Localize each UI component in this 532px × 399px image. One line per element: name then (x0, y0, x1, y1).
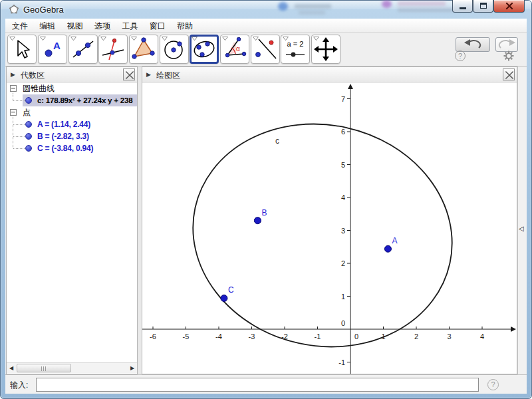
tool-move-graphics-view[interactable] (311, 35, 340, 64)
collapse-minus-icon[interactable] (10, 109, 17, 116)
point-A[interactable] (384, 245, 391, 252)
svg-text:a = 2: a = 2 (287, 40, 304, 48)
tool-reflect[interactable] (251, 35, 280, 64)
algebra-horizontal-scrollbar[interactable]: ◀ ▶ (7, 362, 137, 373)
input-bar: 输入: ? (5, 374, 527, 394)
menu-options[interactable]: 选项 (90, 19, 115, 33)
point-label-A: A (392, 236, 397, 245)
scrollbar-thumb[interactable] (17, 364, 71, 372)
x-tick-label: -1 (315, 332, 321, 340)
algebra-group-conics[interactable]: 圆锥曲线 (7, 82, 137, 94)
graphics-canvas[interactable]: -6-5-4-3-2-11234-1123456700cABC (142, 82, 517, 374)
tree-connector (13, 100, 25, 101)
object-visibility-dot[interactable] (25, 97, 32, 104)
menu-file[interactable]: 文件 (7, 19, 33, 33)
sidebar-collapse-strip: ◁ (517, 66, 527, 374)
desktop-bleed-blob (278, 2, 288, 11)
undo-button[interactable] (456, 37, 490, 52)
tool-perpendicular-line[interactable] (98, 35, 128, 64)
algebra-item-C[interactable]: C = (-3.84, 0.94) (7, 142, 137, 154)
conic-c[interactable] (172, 100, 473, 371)
y-axis-arrow (348, 84, 353, 89)
point-label-B: B (261, 208, 267, 217)
algebra-item-B[interactable]: B = (-2.82, 3.3) (7, 130, 137, 142)
desktop-bleed-blob (299, 11, 325, 15)
y-tick-label: 3 (341, 227, 345, 235)
collapse-left-icon[interactable]: ◁ (519, 225, 524, 232)
tree-connector (13, 124, 25, 125)
x-tick-label: -6 (150, 332, 156, 340)
command-input[interactable] (36, 378, 479, 392)
object-visibility-dot[interactable] (25, 121, 32, 128)
app-body: 文件 编辑 视图 选项 工具 窗口 帮助 A (5, 19, 527, 394)
algebra-tree: 圆锥曲线 c: 178.89x² + 27.24x y + 238 点 A = … (7, 82, 137, 362)
graphics-panel-header: ▶ 绘图区 (142, 67, 517, 82)
tool-dropdown-icon (192, 37, 198, 41)
settings-gear-icon[interactable] (503, 51, 514, 61)
tool-angle[interactable]: α (220, 35, 249, 64)
y-tick-label: 5 (341, 161, 345, 169)
tool-dropdown-icon (131, 37, 137, 41)
algebra-item-A[interactable]: A = (1.14, 2.44) (7, 118, 137, 130)
tool-slider[interactable]: a = 2 (281, 35, 310, 64)
tool-dropdown-icon (283, 37, 289, 41)
point-label-C: C (228, 285, 234, 295)
tool-move[interactable] (7, 35, 37, 64)
input-help-button[interactable]: ? (487, 379, 499, 390)
conic-c-label: c (275, 136, 279, 146)
scrollbar-grip-icon (41, 366, 47, 371)
menu-edit[interactable]: 编辑 (35, 19, 60, 33)
tool-new-point[interactable]: A (38, 35, 67, 64)
y-tick-label: 6 (341, 128, 345, 136)
desktop-bleed-blob (295, 4, 331, 9)
y-tick-label: 7 (341, 95, 345, 103)
menu-window[interactable]: 窗口 (145, 19, 170, 33)
menu-tools[interactable]: 工具 (117, 19, 142, 33)
tool-circle-center-point[interactable] (160, 35, 189, 64)
titlebar[interactable]: GeoGebra (0, 0, 532, 19)
minimize-button[interactable] (452, 0, 473, 13)
object-visibility-dot[interactable] (25, 133, 32, 140)
toolbar-help-button[interactable]: ? (455, 51, 466, 61)
point-C[interactable] (221, 295, 227, 301)
menu-view[interactable]: 视图 (63, 19, 88, 33)
maximize-button[interactable] (473, 0, 493, 13)
redo-button[interactable] (495, 37, 518, 52)
point-B[interactable] (254, 217, 261, 224)
menu-help[interactable]: 帮助 (172, 19, 198, 33)
tree-connector (13, 93, 13, 101)
scroll-right-icon[interactable]: ▶ (128, 364, 136, 372)
tool-dropdown-icon (9, 37, 15, 41)
tool-polygon[interactable] (129, 35, 158, 64)
y-tick-label: 1 (341, 293, 345, 301)
x-tick-label: 2 (414, 332, 418, 340)
tool-conic-through-points[interactable] (190, 35, 219, 64)
collapse-minus-icon[interactable] (10, 85, 17, 92)
graphics-close-button[interactable] (503, 68, 515, 80)
algebra-close-button[interactable] (123, 68, 135, 80)
desktop-bleed-blob (398, 8, 454, 12)
algebra-view-panel: ▶ 代数区 圆锥曲线 c: 178.89x² + 27.24x y + 238 (6, 66, 138, 374)
panel-menu-arrow-icon[interactable]: ▶ (146, 71, 151, 78)
scroll-left-icon[interactable]: ◀ (7, 364, 15, 372)
y-tick-label: 2 (341, 259, 345, 267)
object-visibility-dot[interactable] (25, 145, 32, 152)
algebra-item-c[interactable]: c: 178.89x² + 27.24x y + 238 (7, 94, 137, 106)
close-panel-icon (505, 70, 514, 80)
redo-icon (496, 38, 517, 51)
tool-dropdown-icon (100, 37, 106, 41)
algebra-group-points[interactable]: 点 (7, 106, 137, 118)
menubar: 文件 编辑 视图 选项 工具 窗口 帮助 (5, 19, 527, 33)
tool-dropdown-icon (253, 37, 259, 41)
tool-dropdown-icon (70, 37, 76, 41)
panel-menu-arrow-icon[interactable]: ▶ (11, 71, 15, 78)
close-icon (494, 0, 525, 13)
graphics-view-panel: ▶ 绘图区 -6-5-4-3-2-11234-1123456700cABC (142, 66, 517, 374)
close-button[interactable] (493, 0, 525, 13)
geogebra-logo-icon (9, 4, 19, 15)
desktop-bleed-blob (382, 0, 392, 8)
undo-icon (456, 38, 489, 51)
tool-line[interactable] (68, 35, 98, 64)
origin-label-x: 0 (354, 332, 358, 340)
window-title: GeoGebra (23, 5, 64, 15)
